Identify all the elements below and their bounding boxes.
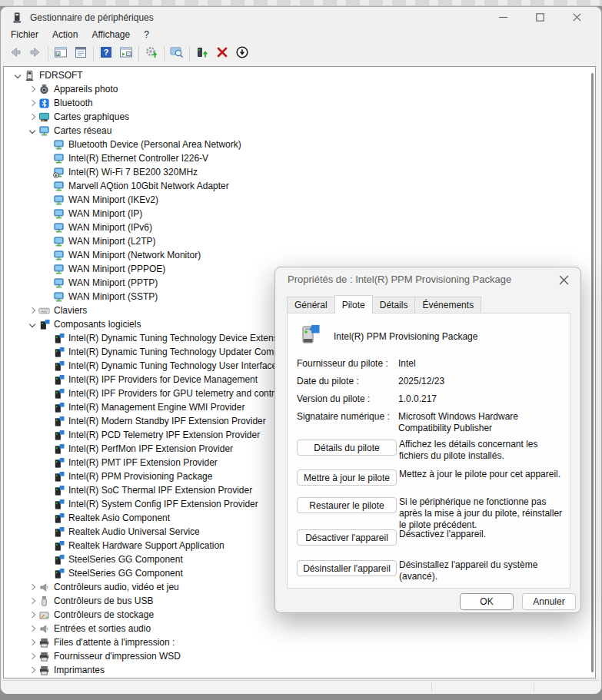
menu-item-action[interactable]: Action [45,28,85,41]
tree-item[interactable]: Entrées et sorties audio [4,622,595,635]
driver-details-button[interactable]: Détails du pilote [297,440,397,456]
printer-icon [38,651,50,662]
update-driver-description: Mettez à jour le pilote pour cet apparei… [399,469,564,480]
tree-item[interactable]: Cartes graphiques [4,110,595,124]
software-icon [53,374,65,386]
chevron-right-icon[interactable] [29,114,35,120]
disable-device-description: Désactivez l'appareil. [399,529,564,540]
toolbar-properties-button[interactable] [71,45,91,63]
cancel-button[interactable]: Annuler [522,593,576,610]
tree-item[interactable]: Imprimantes [4,663,595,677]
background-window-strip [0,0,602,6]
tree-item[interactable]: Fournisseur d'impression WSD [4,649,595,663]
toolbar-separator [164,46,165,61]
tree-item[interactable]: WAN Miniport (IP) [4,207,595,221]
toolbar-help-button[interactable]: ? [96,45,116,63]
tab-driver[interactable]: Pilote [334,295,373,314]
chevron-right-icon[interactable] [29,653,35,659]
menu-item-?[interactable]: ? [137,28,156,41]
tree-item-label: Appareils photo [54,84,118,95]
tree-item[interactable] [4,677,595,678]
tab-general[interactable]: Général [287,297,335,314]
tree-item-label: Cartes réseau [54,125,111,136]
tree-item[interactable]: Appareils photo [4,82,595,96]
maximize-button[interactable] [521,7,558,28]
ok-button[interactable]: OK [460,593,514,610]
disable-icon [235,45,249,61]
menu-item-fichier[interactable]: Fichier [4,28,45,41]
chevron-right-icon[interactable] [29,307,35,314]
tree-item-label: Intel(R) Ethernet Controller I226-V [68,153,208,164]
tree-item[interactable]: WAN Miniport (L2TP) [4,234,595,248]
tree-item[interactable]: Cartes réseau [4,124,595,138]
chevron-right-icon[interactable] [29,584,35,590]
chevron-right-icon[interactable] [29,612,35,618]
tree-item[interactable]: Marvell AQtion 10Gbit Network Adapter [4,179,595,193]
update-driver-button[interactable]: Mettre à jour le pilote [297,469,397,486]
field-label: Fournisseur du pilote : [297,358,398,370]
network-icon [53,222,65,234]
toolbar-action-pane-button[interactable] [116,45,136,63]
tree-item[interactable]: Bluetooth [4,96,595,110]
bluetooth-icon [38,98,50,109]
toolbar-back-button[interactable] [5,45,25,63]
tree-item[interactable]: Intel(R) Ethernet Controller I226-V [4,151,595,165]
chevron-right-icon[interactable] [29,625,35,632]
toolbar-update-gear-button[interactable] [141,45,161,63]
tree-item[interactable]: Intel(R) Wi-Fi 7 BE200 320MHz [4,165,595,179]
close-button[interactable] [558,7,595,28]
tree-item-label: Intel(R) PerfMon IPF Extension Provider [68,443,233,454]
network-disabled-icon [53,167,65,178]
tree-item-label: Contrôleurs de bus USB [54,595,153,606]
toolbar: ? [1,41,601,65]
tree-item[interactable]: WAN Miniport (IPv6) [4,221,595,234]
toolbar-scan-button[interactable] [167,45,187,63]
action-pane-icon [119,45,133,61]
tree-item[interactable]: WAN Miniport (Network Monitor) [4,248,595,262]
tab-events[interactable]: Événements [414,297,481,314]
title-bar: Gestionnaire de périphériques [1,7,601,28]
tree-item[interactable]: FDRSOFT [4,68,595,82]
toolbar-console-tree-button[interactable] [51,45,71,63]
chevron-right-icon[interactable] [29,100,35,106]
field-row: Fournisseur du pilote :Intel [297,358,564,370]
toolbar-separator [189,46,190,61]
chevron-down-icon[interactable] [29,321,35,327]
toolbar-uninstall-button[interactable] [212,45,232,63]
chevron-slot [26,640,38,645]
tree-item[interactable]: Files d'attente à l'impression : [4,635,595,649]
camera-icon [38,84,50,95]
dialog-tabs: GénéralPiloteDétailsÉvénements [287,297,481,314]
chevron-right-icon[interactable] [29,598,35,604]
chevron-right-icon[interactable] [29,667,35,673]
forward-icon [28,45,42,61]
tree-item[interactable]: WAN Miniport (IKEv2) [4,193,595,207]
tree-item[interactable]: Bluetooth Device (Personal Area Network) [4,138,595,151]
roll-back-driver-button[interactable]: Restaurer le pilote [297,497,397,513]
toolbar-forward-button[interactable] [25,45,45,63]
update-gear-icon [145,45,158,61]
field-row: Signataire numérique :Microsoft Windows … [297,411,564,434]
chevron-right-icon[interactable] [29,639,35,645]
menu-item-affichage[interactable]: Affichage [85,28,137,41]
uninstall-device-button[interactable]: Désinstaller l'appareil [297,560,397,576]
chevron-down-icon[interactable] [15,72,21,78]
tree-scrollbar[interactable] [591,73,594,672]
tree-item-label: Intel(R) Dynamic Tuning Technology User … [68,360,277,371]
chevron-slot [26,322,38,327]
software-icon [53,471,65,483]
disable-device-button[interactable]: Désactiver l'appareil [297,529,397,546]
chevron-right-icon[interactable] [29,86,35,92]
properties-dialog: Propriétés de : Intel(R) PPM Provisionin… [274,267,581,613]
toolbar-driver-update-button[interactable] [192,45,212,63]
minimize-button[interactable] [484,7,521,28]
chevron-down-icon[interactable] [29,128,35,134]
toolbar-disable-button[interactable] [232,45,252,63]
tree-item-label: Realtek Asio Component [68,513,170,523]
tree-item-label: WAN Miniport (PPPOE) [68,264,165,274]
dialog-close-button[interactable] [554,271,573,288]
svg-text:?: ? [104,48,109,57]
tab-details[interactable]: Détails [372,297,416,314]
menu-bar: FichierActionAffichage? [1,28,601,41]
toolbar-separator [48,46,48,61]
